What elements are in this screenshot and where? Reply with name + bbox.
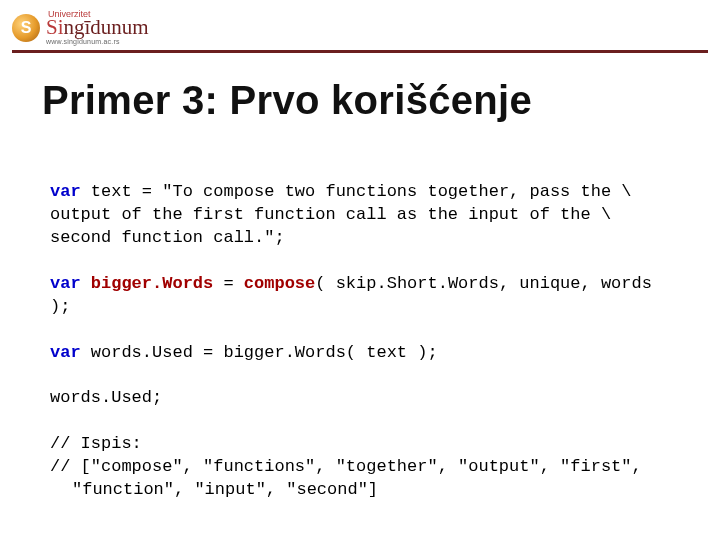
keyword-var: var <box>50 182 81 201</box>
code-line-13: "function", "input", "second"] <box>72 480 378 499</box>
header-divider <box>12 50 708 53</box>
code-line-5: var bigger.Words = compose( skip.Short.W… <box>50 274 662 316</box>
slide-title: Primer 3: Prvo korišćenje <box>42 78 532 123</box>
brand-logo: S Univerzitet Singīdunum www.singidunum.… <box>12 10 149 45</box>
logo-mark-icon: S <box>12 14 40 42</box>
code-line-7: var words.Used = bigger.Words( text ); <box>50 343 438 362</box>
logo-text-block: Univerzitet Singīdunum www.singidunum.ac… <box>46 10 149 45</box>
keyword-var: var <box>50 274 81 293</box>
logo-wordmark: Singīdunum <box>46 17 149 38</box>
slide: S Univerzitet Singīdunum www.singidunum.… <box>0 0 720 540</box>
logo-initial: S <box>21 19 32 37</box>
code-line-12: // ["compose", "functions", "together", … <box>50 457 642 476</box>
code-line-11: // Ispis: <box>50 434 142 453</box>
code-line-3: second function call."; <box>50 228 285 247</box>
code-line-1: var text = "To compose two functions tog… <box>50 182 632 201</box>
code-line-2: output of the first function call as the… <box>50 205 611 224</box>
keyword-var: var <box>50 343 81 362</box>
logo-url: www.singidunum.ac.rs <box>46 38 149 45</box>
code-line-9: words.Used; <box>50 388 162 407</box>
code-block: var text = "To compose two functions tog… <box>50 158 680 502</box>
